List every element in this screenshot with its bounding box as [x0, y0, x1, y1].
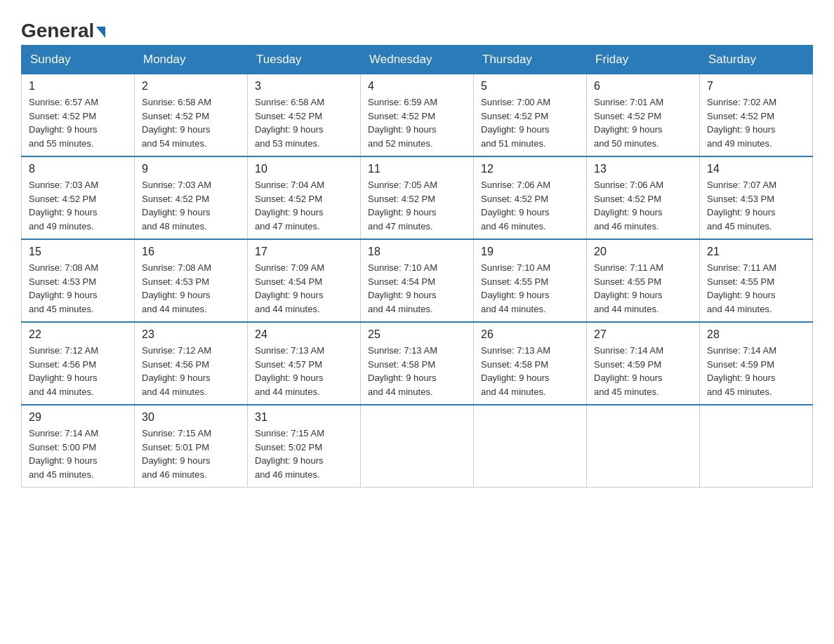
day-info: Sunrise: 7:13 AMSunset: 4:58 PMDaylight:… [481, 344, 579, 398]
day-info: Sunrise: 7:03 AMSunset: 4:52 PMDaylight:… [142, 178, 240, 233]
day-info: Sunrise: 7:09 AMSunset: 4:54 PMDaylight:… [255, 261, 353, 316]
day-info: Sunrise: 7:06 AMSunset: 4:52 PMDaylight:… [481, 178, 579, 233]
day-info: Sunrise: 7:14 AMSunset: 4:59 PMDaylight:… [707, 344, 805, 398]
calendar-day-cell: 1Sunrise: 6:57 AMSunset: 4:52 PMDaylight… [22, 74, 135, 157]
day-number: 28 [707, 328, 805, 341]
day-number: 24 [255, 328, 353, 341]
calendar-day-cell: 16Sunrise: 7:08 AMSunset: 4:53 PMDayligh… [135, 239, 248, 322]
day-number: 10 [255, 163, 353, 175]
weekday-header-friday: Friday [587, 46, 700, 74]
calendar-week-row: 8Sunrise: 7:03 AMSunset: 4:52 PMDaylight… [22, 156, 813, 239]
day-info: Sunrise: 7:04 AMSunset: 4:52 PMDaylight:… [255, 178, 353, 233]
day-info: Sunrise: 7:14 AMSunset: 5:00 PMDaylight:… [29, 427, 127, 481]
day-info: Sunrise: 7:01 AMSunset: 4:52 PMDaylight:… [594, 95, 692, 150]
calendar-day-cell: 13Sunrise: 7:06 AMSunset: 4:52 PMDayligh… [587, 156, 700, 239]
day-info: Sunrise: 7:05 AMSunset: 4:52 PMDaylight:… [368, 178, 466, 233]
calendar-day-cell [700, 405, 813, 488]
calendar-day-cell: 15Sunrise: 7:08 AMSunset: 4:53 PMDayligh… [22, 239, 135, 322]
calendar-day-cell: 5Sunrise: 7:00 AMSunset: 4:52 PMDaylight… [474, 74, 587, 157]
day-number: 27 [594, 328, 692, 341]
calendar-day-cell: 26Sunrise: 7:13 AMSunset: 4:58 PMDayligh… [474, 322, 587, 405]
day-info: Sunrise: 7:06 AMSunset: 4:52 PMDaylight:… [594, 178, 692, 233]
day-number: 2 [142, 80, 240, 93]
calendar-day-cell: 20Sunrise: 7:11 AMSunset: 4:55 PMDayligh… [587, 239, 700, 322]
calendar-day-cell: 14Sunrise: 7:07 AMSunset: 4:53 PMDayligh… [700, 156, 813, 239]
day-info: Sunrise: 7:11 AMSunset: 4:55 PMDaylight:… [707, 261, 805, 316]
day-info: Sunrise: 7:07 AMSunset: 4:53 PMDaylight:… [707, 178, 805, 233]
weekday-header-row: SundayMondayTuesdayWednesdayThursdayFrid… [22, 46, 813, 74]
day-number: 8 [29, 163, 127, 175]
calendar-day-cell: 2Sunrise: 6:58 AMSunset: 4:52 PMDaylight… [135, 74, 248, 157]
calendar-table: SundayMondayTuesdayWednesdayThursdayFrid… [21, 45, 813, 488]
calendar-week-row: 15Sunrise: 7:08 AMSunset: 4:53 PMDayligh… [22, 239, 813, 322]
day-number: 22 [29, 328, 127, 341]
day-info: Sunrise: 7:12 AMSunset: 4:56 PMDaylight:… [142, 344, 240, 398]
day-number: 25 [368, 328, 466, 341]
day-number: 23 [142, 328, 240, 341]
calendar-day-cell: 9Sunrise: 7:03 AMSunset: 4:52 PMDaylight… [135, 156, 248, 239]
day-number: 20 [594, 246, 692, 258]
day-info: Sunrise: 7:15 AMSunset: 5:01 PMDaylight:… [142, 427, 240, 481]
day-number: 6 [594, 80, 692, 93]
calendar-week-row: 29Sunrise: 7:14 AMSunset: 5:00 PMDayligh… [22, 405, 813, 488]
weekday-header-wednesday: Wednesday [361, 46, 474, 74]
calendar-day-cell: 19Sunrise: 7:10 AMSunset: 4:55 PMDayligh… [474, 239, 587, 322]
day-info: Sunrise: 7:14 AMSunset: 4:59 PMDaylight:… [594, 344, 692, 398]
logo-general: General [21, 21, 105, 41]
day-number: 15 [29, 246, 127, 258]
calendar-day-cell: 25Sunrise: 7:13 AMSunset: 4:58 PMDayligh… [361, 322, 474, 405]
calendar-day-cell: 23Sunrise: 7:12 AMSunset: 4:56 PMDayligh… [135, 322, 248, 405]
calendar-day-cell: 24Sunrise: 7:13 AMSunset: 4:57 PMDayligh… [248, 322, 361, 405]
day-info: Sunrise: 6:58 AMSunset: 4:52 PMDaylight:… [142, 95, 240, 150]
weekday-header-saturday: Saturday [700, 46, 813, 74]
calendar-day-cell: 12Sunrise: 7:06 AMSunset: 4:52 PMDayligh… [474, 156, 587, 239]
day-number: 19 [481, 246, 579, 258]
day-info: Sunrise: 7:15 AMSunset: 5:02 PMDaylight:… [255, 427, 353, 481]
day-number: 16 [142, 246, 240, 258]
day-number: 30 [142, 411, 240, 424]
weekday-header-monday: Monday [135, 46, 248, 74]
day-number: 9 [142, 163, 240, 175]
calendar-day-cell: 17Sunrise: 7:09 AMSunset: 4:54 PMDayligh… [248, 239, 361, 322]
day-number: 13 [594, 163, 692, 175]
calendar-day-cell: 3Sunrise: 6:58 AMSunset: 4:52 PMDaylight… [248, 74, 361, 157]
day-number: 18 [368, 246, 466, 258]
day-number: 5 [481, 80, 579, 93]
calendar-week-row: 22Sunrise: 7:12 AMSunset: 4:56 PMDayligh… [22, 322, 813, 405]
day-info: Sunrise: 7:11 AMSunset: 4:55 PMDaylight:… [594, 261, 692, 316]
calendar-day-cell: 27Sunrise: 7:14 AMSunset: 4:59 PMDayligh… [587, 322, 700, 405]
day-number: 21 [707, 246, 805, 258]
day-info: Sunrise: 7:12 AMSunset: 4:56 PMDaylight:… [29, 344, 127, 398]
day-number: 3 [255, 80, 353, 93]
day-number: 17 [255, 246, 353, 258]
calendar-day-cell: 29Sunrise: 7:14 AMSunset: 5:00 PMDayligh… [22, 405, 135, 488]
calendar-day-cell: 10Sunrise: 7:04 AMSunset: 4:52 PMDayligh… [248, 156, 361, 239]
day-info: Sunrise: 7:13 AMSunset: 4:57 PMDaylight:… [255, 344, 353, 398]
calendar-day-cell: 28Sunrise: 7:14 AMSunset: 4:59 PMDayligh… [700, 322, 813, 405]
day-info: Sunrise: 7:13 AMSunset: 4:58 PMDaylight:… [368, 344, 466, 398]
day-number: 31 [255, 411, 353, 424]
page-header: General [21, 14, 813, 38]
day-info: Sunrise: 6:57 AMSunset: 4:52 PMDaylight:… [29, 95, 127, 150]
calendar-day-cell: 22Sunrise: 7:12 AMSunset: 4:56 PMDayligh… [22, 322, 135, 405]
calendar-day-cell: 4Sunrise: 6:59 AMSunset: 4:52 PMDaylight… [361, 74, 474, 157]
day-number: 11 [368, 163, 466, 175]
calendar-day-cell [361, 405, 474, 488]
day-number: 26 [481, 328, 579, 341]
calendar-day-cell: 8Sunrise: 7:03 AMSunset: 4:52 PMDaylight… [22, 156, 135, 239]
calendar-week-row: 1Sunrise: 6:57 AMSunset: 4:52 PMDaylight… [22, 74, 813, 157]
day-number: 14 [707, 163, 805, 175]
calendar-day-cell: 21Sunrise: 7:11 AMSunset: 4:55 PMDayligh… [700, 239, 813, 322]
day-info: Sunrise: 7:08 AMSunset: 4:53 PMDaylight:… [142, 261, 240, 316]
calendar-day-cell: 7Sunrise: 7:02 AMSunset: 4:52 PMDaylight… [700, 74, 813, 157]
day-info: Sunrise: 7:10 AMSunset: 4:55 PMDaylight:… [481, 261, 579, 316]
day-info: Sunrise: 7:02 AMSunset: 4:52 PMDaylight:… [707, 95, 805, 150]
day-number: 12 [481, 163, 579, 175]
day-number: 4 [368, 80, 466, 93]
calendar-day-cell [474, 405, 587, 488]
day-info: Sunrise: 7:03 AMSunset: 4:52 PMDaylight:… [29, 178, 127, 233]
calendar-day-cell: 30Sunrise: 7:15 AMSunset: 5:01 PMDayligh… [135, 405, 248, 488]
logo: General [21, 14, 105, 38]
day-info: Sunrise: 6:59 AMSunset: 4:52 PMDaylight:… [368, 95, 466, 150]
calendar-day-cell: 6Sunrise: 7:01 AMSunset: 4:52 PMDaylight… [587, 74, 700, 157]
